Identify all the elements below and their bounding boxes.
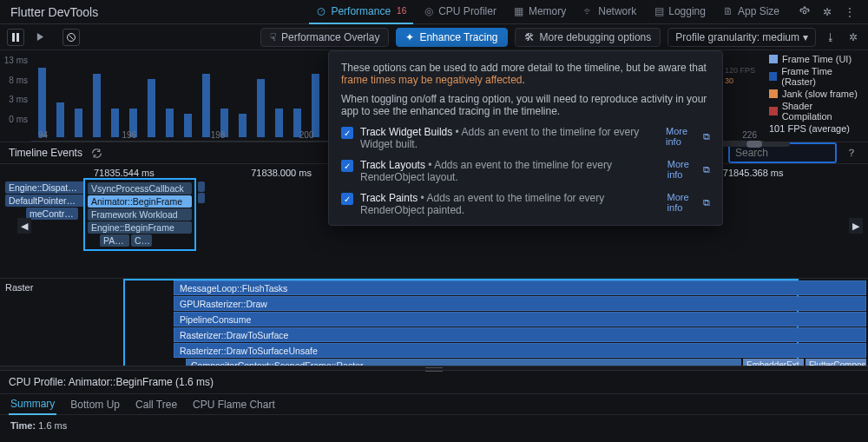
ytick: 8 ms <box>9 76 28 85</box>
tracing-option: ✓Track Widget Builds • Adds an event to … <box>341 126 710 150</box>
timeline-event[interactable]: CO… <box>131 234 152 247</box>
timeline-event[interactable] <box>198 193 205 203</box>
raster-event[interactable]: MessageLoop::FlushTasks <box>174 280 866 295</box>
checkbox-icon[interactable]: ✓ <box>341 160 353 172</box>
timeline-event[interactable]: Engine::DispatchP… <box>5 181 85 194</box>
more-debugging-button[interactable]: 🛠More debugging options <box>515 28 661 47</box>
file-icon: 🗎 <box>723 6 733 16</box>
frame-bar[interactable] <box>257 79 265 137</box>
frame-bar[interactable] <box>148 79 155 137</box>
legend-row: Jank (slow frame) <box>769 89 863 99</box>
frame-bar[interactable] <box>38 68 46 137</box>
settings-icon[interactable] <box>797 4 812 20</box>
popover-text: These options can be used to add more de… <box>341 62 707 74</box>
tab-performance[interactable]: Performance 16 <box>309 0 413 24</box>
more-info-link[interactable]: More info ⧉ <box>666 126 710 147</box>
timeline-event[interactable]: meContro… <box>26 208 78 220</box>
timeline-event[interactable]: DefaultPointerDat… <box>5 195 85 207</box>
download-icon[interactable]: ⭳ <box>823 30 838 45</box>
checkbox-icon[interactable]: ✓ <box>341 193 353 205</box>
xtick: 200 <box>299 130 314 140</box>
tab-logging-label: Logging <box>668 5 706 17</box>
play-button[interactable] <box>31 29 49 46</box>
chevron-down-icon: ▾ <box>803 31 808 43</box>
timeline-event[interactable] <box>198 181 205 192</box>
legend-swatch <box>769 72 777 81</box>
more-info-link[interactable]: More info ⧉ <box>667 192 710 213</box>
frame-bar[interactable] <box>202 74 210 137</box>
frame-bar[interactable] <box>312 74 319 137</box>
ytick: 3 ms <box>9 95 28 104</box>
event-sliver <box>198 181 205 203</box>
timeline-scroll-right[interactable]: ▶ <box>849 218 863 234</box>
gear-icon[interactable]: ✲ <box>819 4 835 20</box>
fps-30: 30 <box>725 76 755 85</box>
cpu-meta-value: 1.6 ms <box>38 420 67 431</box>
event-stack: Engine::DispatchP… DefaultPointerDat… me… <box>5 181 85 220</box>
checkbox-icon[interactable]: ✓ <box>341 127 353 139</box>
tab-memory[interactable]: ▦Memory <box>507 0 573 24</box>
spark-icon: ✦ <box>405 31 414 43</box>
clear-button[interactable] <box>62 29 80 46</box>
raster-thread-timeline[interactable]: Raster MessageLoop::FlushTasks GPURaster… <box>0 279 868 366</box>
raster-event[interactable]: GPURasterizer::Draw <box>174 296 866 311</box>
raster-event[interactable]: PipelineConsume <box>174 312 866 327</box>
raster-stack: MessageLoop::FlushTasks GPURasterizer::D… <box>47 279 868 366</box>
timeline-event[interactable]: PAINT <box>100 234 129 247</box>
timestamp: 71835.544 ms <box>94 168 239 178</box>
timeline-scroll-left[interactable]: ◀ <box>17 218 31 234</box>
external-link-icon: ⧉ <box>703 164 710 175</box>
cpu-tab-bottom-up[interactable]: Bottom Up <box>69 395 122 414</box>
pause-button[interactable] <box>7 29 24 46</box>
ytick: 13 ms <box>4 56 28 65</box>
cpu-icon: ◎ <box>424 6 434 16</box>
tracing-option: ✓Track Paints • Adds an event to the tim… <box>341 192 710 216</box>
wrench-icon: 🛠 <box>524 31 535 43</box>
tab-network-label: Network <box>598 5 636 17</box>
main-tabs: Performance 16 ◎CPU Profiler ▦Memory ᯤNe… <box>309 0 786 24</box>
raster-event[interactable]: FlutterComposit… <box>806 359 866 366</box>
raster-event[interactable]: Rasterizer::DrawToSurfaceUnsafe <box>174 343 866 358</box>
horizontal-splitter[interactable] <box>0 366 868 371</box>
granularity-label: Profile granularity: medium <box>675 31 799 43</box>
enhance-tracing-button[interactable]: ✦Enhance Tracing <box>396 28 507 47</box>
frame-bar[interactable] <box>93 74 101 137</box>
cpu-tab-summary[interactable]: Summary <box>9 394 56 415</box>
timestamp: 71845.368 ms <box>723 168 868 178</box>
tab-performance-label: Performance <box>331 5 391 17</box>
timeline-event[interactable]: Framework Workload <box>88 208 192 221</box>
tab-network[interactable]: ᯤNetwork <box>576 0 643 24</box>
tab-app-size[interactable]: 🗎App Size <box>716 0 786 24</box>
log-icon: ▤ <box>654 6 664 16</box>
toolbar-settings-icon[interactable]: ✲ <box>845 30 861 45</box>
legend-row: Frame Time (Raster) <box>769 66 863 87</box>
timeline-event[interactable]: Engine::BeginFrame <box>88 221 192 234</box>
frame-range-slider[interactable] <box>712 142 790 147</box>
range-thumb[interactable] <box>746 141 762 148</box>
cpu-tab-flame-chart[interactable]: CPU Flame Chart <box>191 395 277 414</box>
tab-cpu-profiler[interactable]: ◎CPU Profiler <box>417 0 503 24</box>
frame-times-warning-link[interactable]: frame times may be negatively affected <box>341 74 523 86</box>
timeline-event[interactable]: Animator::BeginFrame <box>88 195 192 208</box>
overflow-icon[interactable]: ⋮ <box>842 4 858 20</box>
gauge-icon <box>316 6 326 16</box>
raster-event[interactable]: CompositorContext::ScopedFrame::Raster <box>186 359 741 366</box>
legend-label: Frame Time (Raster) <box>781 66 863 87</box>
legend-label: Jank (slow frame) <box>782 89 858 99</box>
granularity-dropdown[interactable]: Profile granularity: medium▾ <box>667 28 816 47</box>
raster-event[interactable]: Rasterizer::DrawToSurface <box>174 327 866 342</box>
refresh-icon[interactable] <box>89 145 105 161</box>
more-info-link[interactable]: More info ⧉ <box>667 159 710 180</box>
raster-event[interactable]: EmbedderExt… <box>743 359 804 366</box>
brand-title: Flutter DevTools <box>10 5 98 19</box>
xtick: 94 <box>38 130 48 140</box>
help-icon[interactable]: ？ <box>844 145 859 161</box>
tab-logging[interactable]: ▤Logging <box>647 0 713 24</box>
external-link-icon: ⧉ <box>703 197 710 208</box>
timeline-event[interactable]: VsyncProcessCallback <box>88 182 192 195</box>
option-label: Track Layouts <box>360 159 425 171</box>
xtick: 226 <box>742 130 757 140</box>
cpu-tab-call-tree[interactable]: Call Tree <box>134 395 179 414</box>
performance-toolbar: ☟Performance Overlay ✦Enhance Tracing 🛠M… <box>0 24 868 50</box>
performance-overlay-button[interactable]: ☟Performance Overlay <box>260 28 389 47</box>
